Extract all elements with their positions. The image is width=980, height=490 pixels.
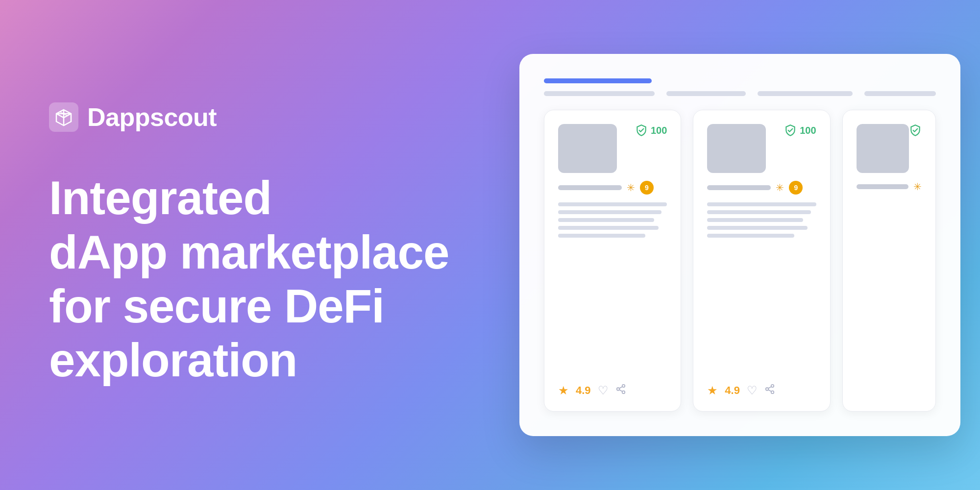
svg-point-2 <box>616 388 619 391</box>
card-name-row-3: ✳ <box>857 181 922 193</box>
active-tab-indicator <box>544 78 652 83</box>
dapp-card-2[interactable]: 100 ✳ 9 <box>693 110 830 412</box>
left-panel: Dappscout Integrated dApp marketplace fo… <box>0 63 539 427</box>
bug-icon-1: ✳ <box>627 182 635 194</box>
desc-line <box>707 202 816 206</box>
shield-score-2: 100 <box>800 125 816 136</box>
bug-icon-3: ✳ <box>913 181 922 193</box>
headline-line2: dApp marketplace <box>49 225 490 279</box>
svg-point-6 <box>771 385 774 388</box>
card-footer-2: ★ 4.9 ♡ <box>707 384 816 397</box>
card-top-2: 100 <box>707 124 816 173</box>
card-name-bar-1 <box>558 185 622 190</box>
card-desc-2 <box>707 202 816 376</box>
mockup-header <box>544 78 936 96</box>
ui-mockup: 100 ✳ 9 <box>519 54 960 436</box>
svg-point-3 <box>622 391 625 394</box>
svg-point-7 <box>766 388 769 391</box>
desc-line <box>558 202 667 206</box>
shield-badge-1: 100 <box>635 124 667 137</box>
card-thumbnail-2 <box>707 124 766 173</box>
desc-line <box>558 210 662 214</box>
filter-bar-3 <box>758 91 853 96</box>
rating-1: 4.9 <box>576 384 591 397</box>
share-icon-2[interactable] <box>764 384 775 397</box>
shield-badge-2: 100 <box>784 124 816 137</box>
shield-score-1: 100 <box>651 125 667 136</box>
shield-badge-3 <box>909 124 922 137</box>
headline-line4: exploration <box>49 333 490 387</box>
desc-line <box>707 210 810 214</box>
logo-area: Dappscout <box>49 102 490 132</box>
headline-line3: for secure DeFi <box>49 279 490 333</box>
desc-line <box>707 234 794 238</box>
dapp-card-1[interactable]: 100 ✳ 9 <box>544 110 681 412</box>
card-thumbnail-3 <box>857 124 909 173</box>
heart-icon-2[interactable]: ♡ <box>747 384 758 397</box>
desc-line <box>558 226 659 230</box>
card-top-3 <box>857 124 922 173</box>
bug-count-1: 9 <box>640 181 654 195</box>
headline: Integrated dApp marketplace for secure D… <box>49 171 490 388</box>
dapp-card-3[interactable]: ✳ <box>842 110 936 412</box>
svg-line-5 <box>619 387 622 389</box>
filter-bar-4 <box>864 91 936 96</box>
desc-line <box>707 218 803 222</box>
card-name-row-2: ✳ 9 <box>707 181 816 195</box>
brand-name: Dappscout <box>87 102 217 132</box>
desc-line <box>558 218 654 222</box>
heart-icon-1[interactable]: ♡ <box>598 384 609 397</box>
shield-icon-3 <box>909 124 922 137</box>
filter-bar-row <box>544 91 936 96</box>
card-name-bar-2 <box>707 185 771 190</box>
card-desc-1 <box>558 202 667 376</box>
svg-line-9 <box>768 390 771 392</box>
filter-bar-2 <box>666 91 746 96</box>
shield-icon-1 <box>635 124 648 137</box>
logo-icon <box>49 102 78 132</box>
star-icon-1: ★ <box>558 384 569 397</box>
star-icon-2: ★ <box>707 384 718 397</box>
cards-row: 100 ✳ 9 <box>544 110 936 412</box>
right-panel: 100 ✳ 9 <box>490 0 980 490</box>
filter-bar-1 <box>544 91 655 96</box>
shield-icon-2 <box>784 124 797 137</box>
background: Dappscout Integrated dApp marketplace fo… <box>0 0 980 490</box>
svg-line-10 <box>768 387 771 389</box>
card-name-row-1: ✳ 9 <box>558 181 667 195</box>
card-footer-1: ★ 4.9 ♡ <box>558 384 667 397</box>
svg-point-8 <box>771 391 774 394</box>
rating-2: 4.9 <box>725 384 740 397</box>
card-thumbnail-1 <box>558 124 617 173</box>
desc-line <box>558 234 645 238</box>
svg-point-1 <box>622 385 625 388</box>
share-icon-1[interactable] <box>615 384 626 397</box>
bug-count-2: 9 <box>789 181 803 195</box>
desc-line <box>707 226 808 230</box>
card-top-1: 100 <box>558 124 667 173</box>
bug-icon-2: ✳ <box>776 182 784 194</box>
svg-line-4 <box>619 390 622 392</box>
card-name-bar-3 <box>857 184 908 189</box>
headline-line1: Integrated <box>49 171 490 225</box>
